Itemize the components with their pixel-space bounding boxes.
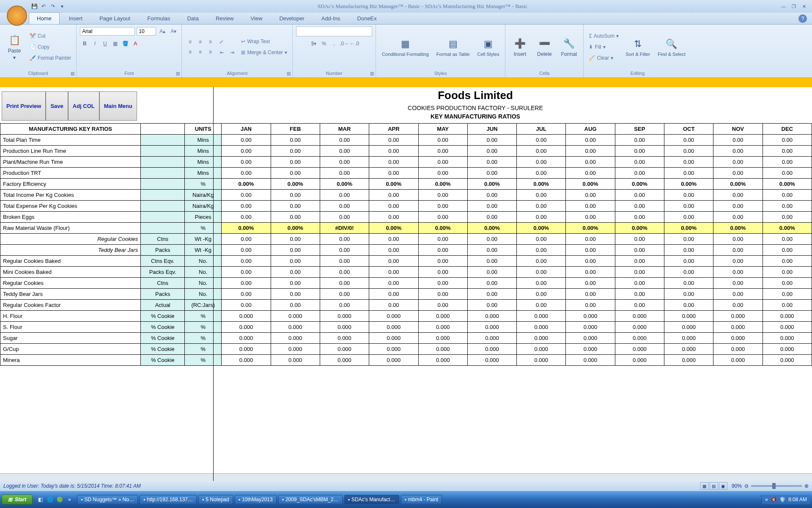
cell-value[interactable]: 0.00: [664, 245, 713, 256]
cell-value[interactable]: 0.00: [664, 234, 713, 245]
cell-value[interactable]: 0.000: [467, 355, 516, 366]
cell-value[interactable]: 0.000: [271, 322, 320, 333]
cell-value[interactable]: 0.00: [369, 278, 418, 289]
ribbon-tab-view[interactable]: View: [243, 13, 270, 24]
conditional-formatting-button[interactable]: ▦Conditional Formatting: [379, 36, 431, 58]
cell-value[interactable]: 0.00: [271, 300, 320, 311]
table-row[interactable]: H. Flour% Cookie%0.0000.0000.0000.0000.0…: [0, 311, 812, 322]
cell-value[interactable]: 0.00: [418, 212, 467, 223]
bold-button[interactable]: B: [80, 39, 89, 48]
cell-value[interactable]: 0.000: [763, 355, 812, 366]
cell-value[interactable]: 0.00: [222, 146, 271, 157]
cell-value[interactable]: 0.00%: [271, 179, 320, 190]
cell-value[interactable]: 0.000: [222, 355, 271, 366]
cell-value[interactable]: 0.00: [763, 234, 812, 245]
cell-value[interactable]: 0.00: [369, 289, 418, 300]
format-as-table-button[interactable]: ▤Format as Table: [434, 36, 472, 58]
table-row[interactable]: Total Plan TimeMins0.000.000.000.000.000…: [0, 135, 812, 146]
cell-value[interactable]: 0.00: [517, 267, 566, 278]
cell-value[interactable]: 0.00: [320, 190, 369, 201]
border-button[interactable]: ▦: [110, 39, 120, 48]
cell-value[interactable]: 0.00: [222, 168, 271, 179]
cell-value[interactable]: 0.00: [467, 278, 516, 289]
zoom-level[interactable]: 90%: [732, 483, 742, 489]
table-row[interactable]: Sugar% Cookie%0.0000.0000.0000.0000.0000…: [0, 333, 812, 344]
cell-value[interactable]: 0.000: [271, 355, 320, 366]
merge-center-button[interactable]: ⊞Merge & Center ▾: [239, 47, 289, 58]
cell-value[interactable]: 0.00: [763, 256, 812, 267]
cell-value[interactable]: 0.00: [222, 212, 271, 223]
cell-value[interactable]: 0.00: [222, 278, 271, 289]
shrink-font-icon[interactable]: A▾: [169, 26, 178, 36]
cell-value[interactable]: 0.000: [369, 344, 418, 355]
cell-value[interactable]: 0.00: [664, 157, 713, 168]
comma-icon[interactable]: ,: [329, 39, 339, 48]
cell-value[interactable]: 0.000: [418, 311, 467, 322]
cell-value[interactable]: 0.00%: [763, 223, 812, 234]
decrease-indent-icon[interactable]: ⇤: [217, 48, 227, 57]
cell-value[interactable]: 0.00: [615, 212, 664, 223]
cell-value[interactable]: 0.00: [369, 135, 418, 146]
taskbar-item[interactable]: ▪http://192.168.137…: [140, 495, 197, 504]
cell-value[interactable]: 0.00: [467, 135, 516, 146]
cell-value[interactable]: 0.00: [713, 234, 763, 245]
cell-value[interactable]: 0.00: [418, 245, 467, 256]
cell-value[interactable]: 0.00: [713, 289, 763, 300]
table-row[interactable]: Regular Cookies FactorActual(RC:Jars)0.0…: [0, 300, 812, 311]
cell-value[interactable]: 0.00: [320, 212, 369, 223]
cell-value[interactable]: 0.00: [467, 146, 516, 157]
cell-value[interactable]: 0.00: [320, 157, 369, 168]
cell-value[interactable]: 0.000: [222, 322, 271, 333]
cell-value[interactable]: 0.00: [664, 212, 713, 223]
cell-value[interactable]: 0.000: [271, 311, 320, 322]
cell-value[interactable]: 0.00: [664, 135, 713, 146]
page-break-view-icon[interactable]: ▣: [719, 482, 727, 490]
cell-value[interactable]: 0.00: [320, 289, 369, 300]
orientation-icon[interactable]: ⤢: [217, 37, 237, 47]
cell-value[interactable]: 0.000: [664, 322, 713, 333]
grow-font-icon[interactable]: A▴: [158, 26, 167, 36]
cell-value[interactable]: 0.000: [369, 355, 418, 366]
cell-value[interactable]: 0.00: [271, 201, 320, 212]
cell-value[interactable]: 0.00: [566, 212, 615, 223]
cell-value[interactable]: 0.000: [271, 333, 320, 344]
cell-value[interactable]: 0.00: [566, 267, 615, 278]
cell-value[interactable]: 0.00: [369, 256, 418, 267]
cell-value[interactable]: #DIV/0!: [320, 223, 369, 234]
cell-value[interactable]: 0.00: [566, 256, 615, 267]
ql-icon[interactable]: 🟢: [55, 495, 64, 504]
ribbon-tab-insert[interactable]: Insert: [61, 13, 91, 24]
cell-value[interactable]: 0.000: [664, 344, 713, 355]
cell-value[interactable]: 0.000: [713, 344, 763, 355]
cell-value[interactable]: 0.00: [418, 300, 467, 311]
cell-value[interactable]: 0.00: [467, 300, 516, 311]
cell-value[interactable]: 0.00: [566, 190, 615, 201]
cell-value[interactable]: 0.000: [763, 311, 812, 322]
cell-value[interactable]: 0.000: [713, 311, 763, 322]
cell-value[interactable]: 0.00: [271, 135, 320, 146]
cell-value[interactable]: 0.00: [566, 278, 615, 289]
table-row[interactable]: Teddy Bear JarsPacksWt -Kg0.000.000.000.…: [0, 245, 812, 256]
clear-button[interactable]: 🧹 Clear ▾: [587, 53, 620, 63]
cell-value[interactable]: 0.00: [320, 234, 369, 245]
cell-value[interactable]: 0.00: [418, 168, 467, 179]
paste-button[interactable]: 📋 Paste ▾: [3, 33, 25, 61]
cell-value[interactable]: 0.000: [320, 344, 369, 355]
delete-cells-button[interactable]: ➖Delete: [533, 36, 555, 58]
cell-value[interactable]: 0.00: [763, 157, 812, 168]
main-menu-button[interactable]: Main Menu: [99, 91, 137, 121]
ql-icon[interactable]: 🌐: [46, 495, 54, 504]
cell-value[interactable]: 0.000: [713, 333, 763, 344]
currency-icon[interactable]: $▾: [309, 39, 318, 48]
cell-value[interactable]: 0.00: [320, 256, 369, 267]
dialog-launcher-icon[interactable]: ▨: [370, 71, 374, 76]
wrap-text-button[interactable]: ↩Wrap Text: [239, 36, 289, 47]
table-row[interactable]: Regular CookiesCtnsWt -Kg0.000.000.000.0…: [0, 234, 812, 245]
cell-value[interactable]: 0.000: [664, 333, 713, 344]
cell-value[interactable]: 0.00: [467, 245, 516, 256]
cell-value[interactable]: 0.00: [566, 135, 615, 146]
close-button[interactable]: ✕: [799, 3, 809, 10]
ribbon-tab-add-ins[interactable]: Add-Ins: [314, 13, 348, 24]
adj-col-button[interactable]: Adj COL: [68, 91, 99, 121]
cell-value[interactable]: 0.000: [320, 322, 369, 333]
